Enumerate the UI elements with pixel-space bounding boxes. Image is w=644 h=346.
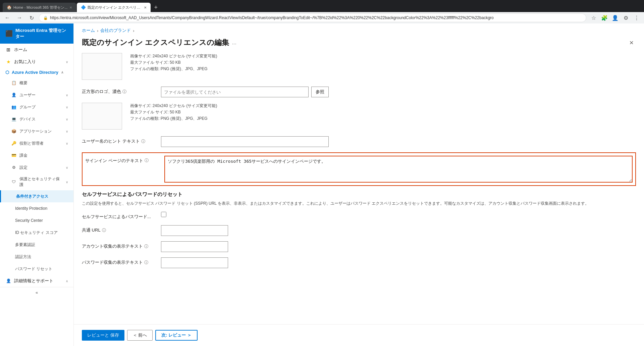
sidebar-item-password-reset[interactable]: パスワード リセット bbox=[0, 263, 73, 275]
browser-tab-1[interactable]: 🏠 Home - Microsoft 365 管理セン... ✕ bbox=[3, 3, 76, 12]
sidebar-label-billing: 課金 bbox=[19, 153, 68, 158]
account-text-label: アカウント収集の表示テキスト ⓘ bbox=[82, 241, 156, 249]
image-desc-1: 画像サイズ: 240x240 ピクセル (サイズ変更可能) 最大ファイル サイズ… bbox=[130, 53, 217, 72]
tab-favicon-1: 🏠 bbox=[7, 5, 11, 10]
password-text-input[interactable] bbox=[161, 257, 228, 268]
square-logo-dark-info[interactable]: ⓘ bbox=[122, 89, 126, 95]
billing-icon: 💳 bbox=[11, 153, 17, 158]
sidebar-item-devices[interactable]: 💻 デバイス ∨ bbox=[0, 113, 73, 125]
square-logo-dark-file-input[interactable] bbox=[161, 87, 309, 97]
password-text-label-text: パスワード収集の表示テキスト bbox=[82, 259, 143, 265]
sidebar-item-security-center[interactable]: Security Center bbox=[0, 214, 73, 227]
sidebar-item-groups[interactable]: 👥 グループ ∨ bbox=[0, 101, 73, 113]
settings-button[interactable]: ⚙ bbox=[621, 13, 631, 22]
square-logo-dark-control: 参照 bbox=[161, 87, 329, 97]
sidebar-item-home[interactable]: ⊞ ホーム bbox=[0, 44, 73, 56]
sidebar-item-auth-methods[interactable]: 認証方法 bbox=[0, 251, 73, 263]
account-text-label-text: アカウント収集の表示テキスト bbox=[82, 243, 143, 249]
common-url-input[interactable] bbox=[161, 225, 228, 236]
groups-icon: 👥 bbox=[11, 105, 17, 109]
common-url-info[interactable]: ⓘ bbox=[102, 228, 106, 233]
sidebar-item-protection[interactable]: 🛡 保護とセキュリティ保護 ∨ bbox=[0, 174, 73, 190]
tab-close-2[interactable]: ✕ bbox=[144, 6, 147, 9]
tab-title-1: Home - Microsoft 365 管理セン... bbox=[13, 5, 67, 10]
page-title-menu[interactable]: … bbox=[232, 40, 236, 45]
breadcrumb-sep-1: › bbox=[97, 28, 98, 33]
sidebar-label-settings: 設定 bbox=[19, 165, 63, 170]
refresh-button[interactable]: ↻ bbox=[27, 13, 36, 22]
account-text-info[interactable]: ⓘ bbox=[144, 244, 148, 249]
settings-chevron: ∨ bbox=[66, 166, 68, 169]
square-logo-dark-browse-btn[interactable]: 参照 bbox=[311, 87, 329, 97]
more-button[interactable]: ⋮ bbox=[632, 13, 641, 22]
browser-tab-2[interactable]: 🔷 既定のサインイン エクスペリエンス... ✕ bbox=[77, 3, 151, 12]
sidebar-item-users[interactable]: 👤 ユーザー ∨ bbox=[0, 89, 73, 101]
sidebar-item-settings[interactable]: ⚙ 設定 ∨ bbox=[0, 161, 73, 174]
sidebar-item-conditional-access[interactable]: 条件付きアクセス bbox=[0, 190, 73, 202]
breadcrumb-company-brand[interactable]: 会社のブランド bbox=[100, 28, 131, 34]
breadcrumb-home[interactable]: ホーム bbox=[82, 28, 95, 34]
sidebar-label-favorites: お気に入り bbox=[14, 59, 63, 65]
sidebar-label-azure-ad: Azure Active Directory bbox=[12, 70, 58, 75]
save-review-button[interactable]: レビューと 保存 bbox=[82, 330, 124, 341]
favorites-chevron: ∨ bbox=[66, 60, 68, 64]
username-hint-text: ユーザー名のヒント テキスト bbox=[82, 138, 140, 144]
devices-chevron: ∨ bbox=[66, 117, 68, 121]
password-text-info[interactable]: ⓘ bbox=[144, 260, 148, 265]
sidebar-item-roles[interactable]: 🔑 役割と管理者 ∨ bbox=[0, 137, 73, 149]
sidebar-item-id-score[interactable]: ID セキュリティ スコア bbox=[0, 227, 73, 239]
sidebar-item-identity-protection[interactable]: Identity Protection bbox=[0, 202, 73, 214]
profile-button[interactable]: 👤 bbox=[610, 13, 620, 22]
sidebar-item-favorites[interactable]: ★ お気に入り ∨ bbox=[0, 56, 73, 68]
sidebar-label-roles: 役割と管理者 bbox=[19, 141, 63, 146]
lock-icon: 🔒 bbox=[43, 16, 48, 20]
sspr-checkbox-row: セルフサービスによるパスワード... bbox=[82, 212, 636, 220]
sidebar-item-billing[interactable]: 💳 課金 bbox=[0, 149, 73, 161]
breadcrumb: ホーム › 会社のブランド › bbox=[82, 28, 636, 34]
sidebar-item-applications[interactable]: 📦 アプリケーション ∨ bbox=[0, 125, 73, 137]
signin-page-text-info[interactable]: ⓘ bbox=[145, 158, 149, 163]
username-hint-input[interactable] bbox=[161, 136, 329, 147]
browser-toolbar: ← → ↻ 🔒 https://entra.microsoft.com/#vie… bbox=[0, 12, 644, 23]
sspr-checkbox[interactable] bbox=[161, 212, 166, 217]
sidebar-item-overview[interactable]: 📋 概要 bbox=[0, 77, 73, 89]
signin-page-text-input[interactable]: ソフクリ365倶楽部用の Microsoft 365サービスへのサインインページ… bbox=[164, 156, 633, 183]
new-tab-button[interactable]: + bbox=[151, 3, 160, 12]
bookmark-button[interactable]: ☆ bbox=[589, 13, 598, 22]
sidebar-label-home: ホーム bbox=[14, 47, 68, 53]
account-text-input[interactable] bbox=[161, 241, 228, 252]
devices-icon: 💻 bbox=[11, 117, 17, 121]
users-icon: 👤 bbox=[11, 93, 17, 97]
tab-favicon-2: 🔷 bbox=[81, 5, 86, 10]
sidebar-label-identity-protection: Identity Protection bbox=[15, 206, 68, 211]
next-review-button[interactable]: 次: レビュー ＞ bbox=[155, 330, 198, 341]
sidebar-label-conditional-access: 条件付きアクセス bbox=[16, 194, 68, 199]
sidebar-item-details-support[interactable]: 👤 詳細情報とサポート ∧ bbox=[0, 275, 73, 287]
common-url-row: 共通 URL ⓘ bbox=[82, 225, 636, 236]
extensions-button[interactable]: 🧩 bbox=[600, 13, 609, 22]
common-url-label-text: 共通 URL bbox=[82, 227, 101, 233]
applications-icon: 📦 bbox=[11, 129, 17, 134]
sidebar-label-applications: アプリケーション bbox=[19, 129, 63, 134]
address-bar[interactable]: 🔒 https://entra.microsoft.com/#view/Micr… bbox=[39, 13, 586, 22]
username-hint-info[interactable]: ⓘ bbox=[141, 139, 145, 144]
square-logo-dark-text: 正方形のロゴ、濃色 bbox=[82, 89, 121, 95]
azure-ad-icon: ⬡ bbox=[5, 70, 9, 75]
back-button[interactable]: ← bbox=[3, 13, 12, 22]
tab-close-1[interactable]: ✕ bbox=[69, 6, 72, 9]
sidebar-item-mfa[interactable]: 多要素認証 bbox=[0, 239, 73, 251]
tab-title-2: 既定のサインイン エクスペリエンス... bbox=[88, 5, 142, 10]
sidebar-section-azure-ad[interactable]: ⬡ Azure Active Directory ∧ bbox=[0, 68, 73, 77]
prev-button[interactable]: ＜ 前へ bbox=[127, 330, 153, 341]
account-text-row: アカウント収集の表示テキスト ⓘ bbox=[82, 241, 636, 252]
sspr-section-desc: この設定を使用すると、セルフサービス パスワード リセット (SSPR) URL… bbox=[82, 200, 636, 206]
forward-button[interactable]: → bbox=[15, 13, 24, 22]
app-logo: ⬛ bbox=[5, 30, 13, 37]
signin-page-text-label-text: サインイン ページのテキスト bbox=[85, 158, 143, 164]
toolbar-actions: ☆ 🧩 👤 ⚙ ⋮ bbox=[589, 13, 641, 22]
sidebar: ⬛ Microsoft Entra 管理センター ⊞ ホーム ★ お気に入り ∨… bbox=[0, 23, 74, 346]
sidebar-collapse-button[interactable]: « bbox=[0, 287, 73, 298]
close-button[interactable]: ✕ bbox=[627, 38, 636, 47]
collapse-icon: « bbox=[36, 290, 38, 295]
page-title: 既定のサインイン エクスペリエンスの編集 bbox=[82, 38, 229, 48]
